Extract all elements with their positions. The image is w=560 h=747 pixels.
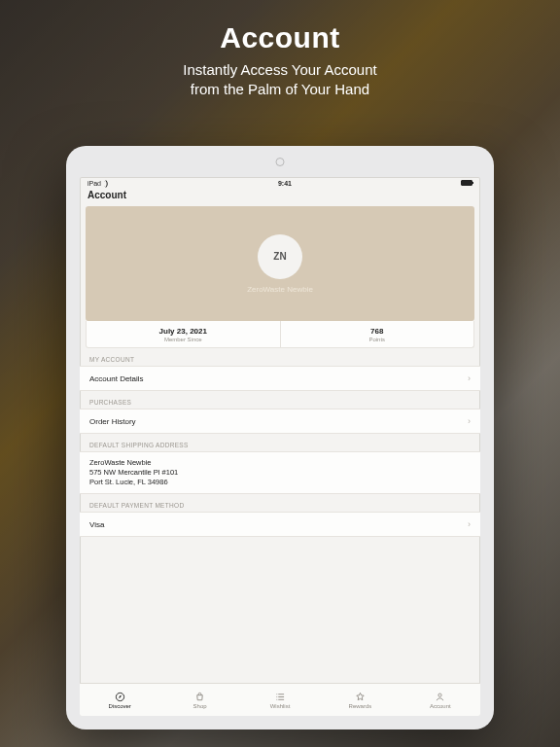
star-icon (355, 692, 366, 702)
status-device: iPad (88, 180, 109, 187)
stats-row: July 23, 2021 Member Since 768 Points (86, 321, 474, 348)
tab-bar: Discover Shop Wishlist Rewards Account (80, 683, 480, 716)
compass-icon (115, 692, 125, 702)
home-button (276, 158, 285, 166)
chevron-right-icon: › (468, 519, 471, 529)
profile-name: ZeroWaste Newbie (247, 285, 313, 294)
chevron-right-icon: › (468, 416, 471, 426)
avatar: ZN (258, 234, 302, 279)
tab-rewards[interactable]: Rewards (320, 684, 400, 716)
profile-card: ZN ZeroWaste Newbie (86, 206, 474, 321)
app-screen: iPad 9:41 Account ZN ZeroWaste Newbie Ju… (80, 177, 480, 716)
hero-title: Account (0, 21, 560, 54)
bag-icon (194, 692, 205, 702)
promo-stage: Account Instantly Access Your Account fr… (0, 0, 560, 747)
label-purchases: PURCHASES (80, 391, 480, 409)
hero-subtitle: Instantly Access Your Account from the P… (0, 60, 560, 100)
list-icon (275, 692, 286, 702)
row-order-history[interactable]: Order History › (80, 409, 480, 434)
row-payment[interactable]: Visa › (80, 512, 480, 537)
battery-icon (461, 180, 472, 187)
label-shipping: DEFAULT SHIPPING ADDRESS (80, 434, 480, 451)
stat-points: 768 Points (280, 321, 474, 347)
tab-wishlist[interactable]: Wishlist (240, 684, 320, 716)
label-payment: DEFAULT PAYMENT METHOD (80, 494, 480, 512)
shipping-address: ZeroWaste Newbie 575 NW Mercantile Pl #1… (80, 451, 480, 494)
status-time: 9:41 (109, 180, 461, 187)
status-bar: iPad 9:41 (80, 177, 480, 188)
svg-point-1 (438, 694, 441, 696)
page-title: Account (80, 188, 480, 206)
person-icon (435, 692, 445, 702)
row-account-details[interactable]: Account Details › (80, 366, 480, 391)
tab-shop[interactable]: Shop (159, 684, 239, 716)
ipad-frame: iPad 9:41 Account ZN ZeroWaste Newbie Ju… (66, 146, 494, 729)
tab-discover[interactable]: Discover (80, 684, 159, 716)
stat-member-since: July 23, 2021 Member Since (87, 321, 280, 347)
label-my-account: MY ACCOUNT (80, 348, 480, 366)
hero: Account Instantly Access Your Account fr… (0, 0, 560, 100)
chevron-right-icon: › (468, 374, 471, 383)
content: ZN ZeroWaste Newbie July 23, 2021 Member… (80, 206, 480, 683)
tab-account[interactable]: Account (401, 684, 480, 716)
